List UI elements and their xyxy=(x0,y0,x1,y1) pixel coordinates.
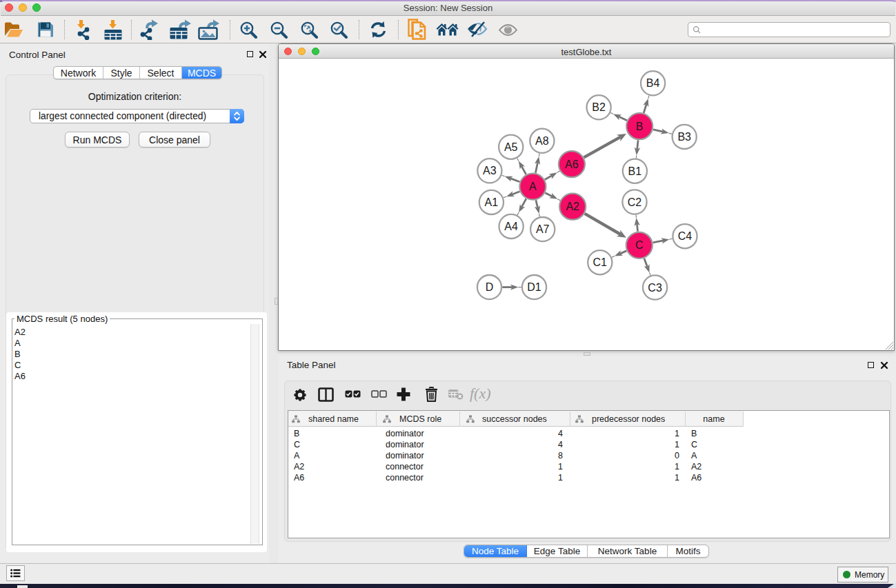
svg-text:A3: A3 xyxy=(483,165,497,176)
svg-text:B4: B4 xyxy=(646,77,660,89)
svg-text:D: D xyxy=(486,281,494,293)
svg-text:A7: A7 xyxy=(536,223,550,235)
svg-text:A2: A2 xyxy=(566,201,579,212)
svg-text:B: B xyxy=(636,121,644,132)
svg-text:A8: A8 xyxy=(535,135,549,147)
svg-text:B2: B2 xyxy=(592,101,606,113)
svg-text:C3: C3 xyxy=(648,282,662,294)
svg-text:A6: A6 xyxy=(565,159,579,170)
svg-text:B3: B3 xyxy=(677,131,691,143)
svg-text:A1: A1 xyxy=(485,196,499,208)
svg-text:A: A xyxy=(529,181,537,192)
svg-text:D1: D1 xyxy=(527,281,541,293)
svg-text:C: C xyxy=(635,239,644,251)
svg-text:A4: A4 xyxy=(504,221,518,232)
svg-text:C2: C2 xyxy=(628,196,642,208)
svg-text:A5: A5 xyxy=(504,141,518,153)
svg-text:C1: C1 xyxy=(593,256,608,268)
svg-text:C4: C4 xyxy=(678,230,693,242)
svg-text:B1: B1 xyxy=(628,165,642,177)
